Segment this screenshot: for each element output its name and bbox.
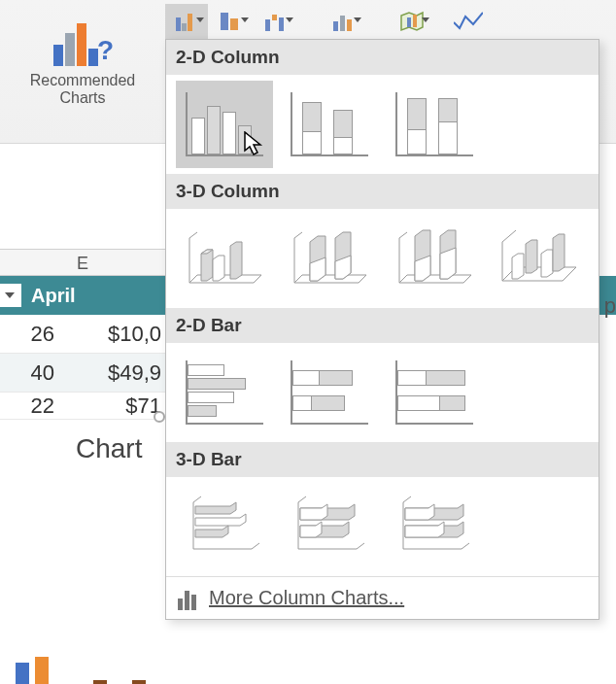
column-chart-gallery: 2-D Column — [165, 39, 599, 620]
more-column-charts[interactable]: More Column Charts... — [166, 576, 599, 619]
svg-rect-0 — [407, 17, 411, 27]
recommended-charts-label2: Charts — [10, 89, 155, 107]
insert-column-chart-button[interactable] — [165, 4, 208, 39]
embedded-chart-bars — [16, 647, 152, 684]
section-header-2d-column: 2-D Column — [166, 40, 599, 75]
table-row[interactable]: 22$71 — [0, 393, 165, 420]
chart-resize-handle[interactable] — [154, 411, 165, 423]
section-header-2d-bar: 2-D Bar — [166, 308, 599, 343]
clustered-bar-2d[interactable] — [176, 349, 273, 436]
more-column-charts-label: More Column Charts... — [209, 587, 404, 609]
svg-rect-1 — [413, 15, 417, 27]
table-row[interactable]: 26$10,0 — [0, 315, 165, 354]
stacked-column-100-2d[interactable] — [386, 81, 483, 168]
column-3d[interactable] — [491, 215, 588, 302]
table-header-month: April — [31, 285, 76, 307]
clustered-column-2d[interactable] — [176, 81, 273, 168]
chart-type-buttons — [165, 4, 492, 39]
section-header-3d-bar: 3-D Bar — [166, 442, 599, 477]
column-chart-icon — [176, 587, 203, 610]
ribbon-fragment: p — [604, 293, 616, 319]
insert-waterfall-chart-button[interactable] — [255, 4, 297, 39]
table-row[interactable]: 40$49,9 — [0, 354, 165, 393]
table-rows: 26$10,0 40$49,9 22$71 — [0, 315, 165, 420]
stacked-bar-100-2d[interactable] — [386, 349, 483, 436]
stacked-column-2d[interactable] — [281, 81, 378, 168]
stacked-column-3d[interactable] — [281, 215, 378, 302]
stacked-bar-3d[interactable] — [281, 483, 378, 570]
recommended-charts-button[interactable]: ? Recommended Charts — [10, 4, 155, 140]
stacked-column-100-3d[interactable] — [386, 215, 483, 302]
clustered-column-3d[interactable] — [176, 215, 273, 302]
stacked-bar-2d[interactable] — [281, 349, 378, 436]
clustered-bar-3d[interactable] — [176, 483, 273, 570]
recommended-charts-label1: Recommended — [10, 72, 155, 89]
insert-sparkline-button[interactable] — [447, 4, 490, 39]
insert-3dmap-button[interactable] — [391, 4, 433, 39]
stacked-bar-100-3d[interactable] — [386, 483, 483, 570]
recommended-charts-icon: ? — [53, 14, 112, 66]
embedded-chart-title[interactable]: Chart — [76, 433, 142, 464]
filter-dropdown-button[interactable] — [0, 284, 21, 307]
insert-combo-chart-button[interactable] — [323, 4, 365, 39]
column-header-e[interactable]: E — [0, 249, 165, 276]
insert-bar-chart-button[interactable] — [210, 4, 253, 39]
section-header-3d-column: 3-D Column — [166, 174, 599, 209]
